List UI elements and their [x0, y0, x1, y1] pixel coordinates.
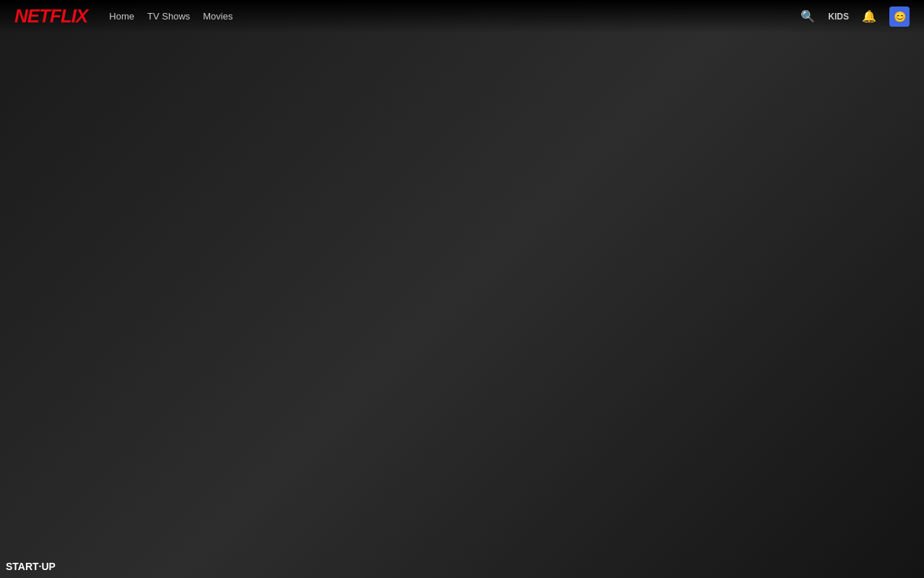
nav-home[interactable]: Home	[109, 11, 134, 22]
nav-movies[interactable]: Movies	[203, 11, 232, 22]
netflix-logo[interactable]: NETFLIX	[14, 5, 87, 27]
nav-tv-shows[interactable]: TV Shows	[147, 11, 190, 22]
nav-links: Home TV Shows Movies	[109, 11, 232, 22]
kids-button[interactable]: KIDS	[828, 12, 849, 22]
avatar[interactable]: 😊	[889, 7, 910, 27]
startup-card[interactable]: START·UP	[741, 354, 822, 448]
header: NETFLIX Home TV Shows Movies 🔍 KIDS 🔔 😊	[0, 0, 924, 33]
person-icon: 😊	[894, 11, 906, 22]
right-sidebar: USHIJIMAThe Loan SharkThe Movie 深夜食堂 NAR…	[729, 0, 924, 578]
bell-icon[interactable]: 🔔	[862, 9, 876, 23]
search-icon[interactable]: 🔍	[801, 9, 815, 23]
main-layout: Casual Viewing Ful House TV Action & Adv…	[0, 0, 924, 578]
header-right: 🔍 KIDS 🔔 😊	[801, 7, 910, 27]
